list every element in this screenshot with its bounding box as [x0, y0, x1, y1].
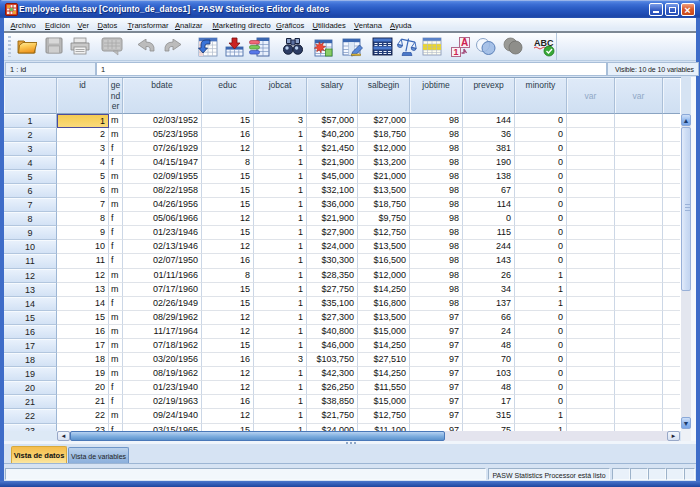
svg-text:1: 1	[453, 47, 458, 57]
svg-text:A: A	[461, 37, 468, 48]
